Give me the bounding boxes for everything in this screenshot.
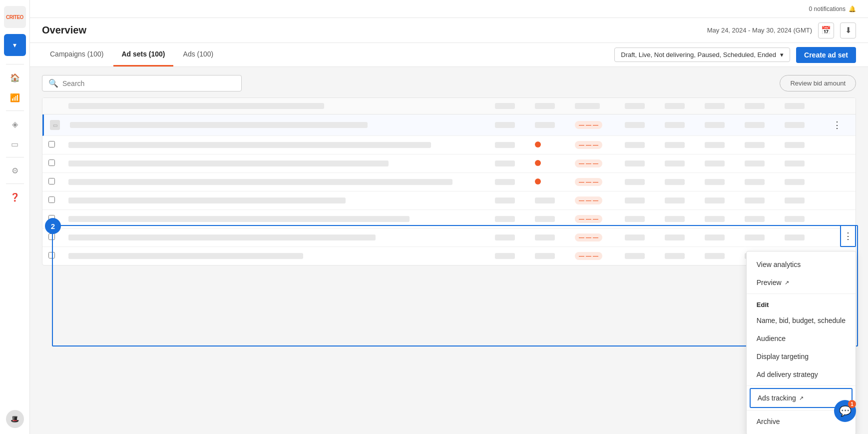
tab-campaigns[interactable]: Campaigns (100) — [42, 43, 111, 66]
cell-v5 — [665, 216, 705, 222]
notification-count: 0 notifications — [809, 6, 846, 12]
calendar-icon: 📅 — [821, 26, 831, 35]
sidebar: CRITEO ▾ 🏠 📶 ◈ ▭ ⚙ ❓ 🎩 — [0, 0, 30, 434]
cell-v7 — [745, 142, 785, 148]
external-link-icon: ↗ — [785, 280, 789, 286]
sidebar-item-settings[interactable]: ⚙ — [6, 162, 24, 180]
cell-v3: — — — — [575, 196, 625, 204]
cell-v4 — [625, 122, 665, 128]
cell-v3: — — — — [575, 234, 625, 242]
cell-v1 — [495, 198, 535, 204]
sidebar-item-layers[interactable]: ◈ — [6, 115, 24, 133]
menu-item-audience[interactable]: Audience — [747, 330, 856, 348]
sidebar-item-home[interactable]: 🏠 — [6, 68, 24, 86]
main-content: 0 notifications 🔔 Overview May 24, 2024 … — [30, 0, 868, 434]
table-row: — — — — [42, 173, 856, 192]
content-area: 🔍 Review bid amount — [30, 67, 868, 434]
cell-v8 — [785, 142, 825, 148]
cell-v6 — [705, 216, 745, 222]
cell-v3: — — — — [575, 121, 625, 129]
cell-v7 — [745, 122, 785, 128]
cell-v6 — [705, 253, 745, 259]
sidebar-item-help[interactable]: ❓ — [6, 188, 24, 206]
cell-v7 — [745, 216, 785, 222]
cell-v2 — [535, 142, 575, 149]
cell-v5 — [665, 198, 705, 204]
date-range: May 24, 2024 - May 30, 2024 (GMT) — [707, 26, 812, 34]
kebab-menu-button[interactable]: ⋮ — [841, 226, 855, 246]
cell-name — [68, 179, 495, 185]
th-col6 — [705, 103, 745, 109]
cell-name — [68, 253, 495, 259]
cell-v7 — [745, 179, 785, 185]
review-bid-button[interactable]: Review bid amount — [780, 75, 856, 92]
cell-v4 — [625, 234, 665, 240]
th-col2 — [535, 103, 575, 109]
notification-text: 0 notifications 🔔 — [809, 6, 856, 12]
table-row: — — — — [42, 210, 856, 228]
cell-v3: — — — — [575, 141, 625, 149]
download-icon-btn[interactable]: ⬇ — [840, 22, 856, 38]
criteo-logo: CRITEO — [4, 6, 26, 28]
menu-item-name-bid[interactable]: Name, bid, budget, schedule — [747, 312, 856, 330]
cell-checkbox[interactable] — [48, 160, 68, 168]
menu-item-display-targeting[interactable]: Display targeting — [747, 348, 856, 366]
cell-v5 — [665, 179, 705, 185]
cell-name — [68, 216, 495, 222]
table-header — [42, 98, 856, 114]
chat-bubble[interactable]: 💬 1 — [834, 400, 856, 422]
th-col7 — [745, 103, 785, 109]
create-adset-button[interactable]: Create ad set — [796, 47, 856, 63]
avatar[interactable]: 🎩 — [6, 410, 24, 428]
cell-v5 — [665, 122, 705, 128]
cell-v1 — [495, 122, 535, 128]
kebab-highlight: ⋮ — [840, 225, 856, 247]
table-row: — — — — [42, 154, 856, 173]
cell-v6 — [705, 198, 745, 204]
cell-v7 — [745, 234, 785, 240]
th-col1 — [495, 103, 535, 109]
sidebar-item-card[interactable]: ▭ — [6, 135, 24, 153]
tab-ads[interactable]: Ads (100) — [175, 43, 222, 66]
menu-item-preview[interactable]: Preview ↗ — [747, 274, 856, 292]
cell-v1 — [495, 142, 535, 148]
menu-item-ad-delivery-strategy[interactable]: Ad delivery strategy — [747, 366, 856, 384]
cell-v5 — [665, 142, 705, 148]
cell-checkbox[interactable] — [48, 178, 68, 186]
menu-divider-2 — [747, 386, 856, 386]
cell-v7 — [745, 160, 785, 166]
cell-checkbox[interactable] — [48, 252, 68, 260]
search-input[interactable] — [62, 80, 235, 88]
cell-v4 — [625, 179, 665, 185]
cell-v1 — [495, 216, 535, 222]
cell-checkbox[interactable]: ▭ — [50, 120, 70, 130]
calendar-icon-btn[interactable]: 📅 — [818, 22, 834, 38]
cell-checkbox[interactable] — [48, 196, 68, 204]
cell-v6 — [705, 160, 745, 166]
th-name — [68, 103, 495, 109]
status-filter-label: Draft, Live, Not delivering, Paused, Sch… — [621, 51, 776, 58]
notification-bar: 0 notifications 🔔 — [30, 0, 868, 18]
page-title: Overview — [42, 24, 86, 36]
cell-v8 — [785, 160, 825, 166]
cell-kebab[interactable]: ⋮ — [825, 120, 850, 130]
cell-checkbox[interactable] — [48, 215, 68, 223]
status-filter-dropdown[interactable]: Draft, Live, Not delivering, Paused, Sch… — [614, 48, 790, 62]
sidebar-nav-btn[interactable]: ▾ — [4, 34, 26, 56]
search-box[interactable]: 🔍 — [42, 75, 242, 92]
table-row: — — — — [42, 192, 856, 210]
cell-checkbox[interactable] — [48, 141, 68, 149]
tab-adsets[interactable]: Ad sets (100) — [113, 43, 173, 66]
cell-v1 — [495, 234, 535, 240]
cell-v4 — [625, 160, 665, 166]
cell-v8 — [785, 122, 825, 128]
menu-item-view-analytics[interactable]: View analytics — [747, 256, 856, 274]
cell-v2 — [535, 198, 575, 204]
menu-divider — [747, 294, 856, 294]
th-col8 — [785, 103, 825, 109]
chevron-down-icon: ▾ — [780, 51, 784, 58]
th-col3 — [575, 103, 625, 109]
cell-v4 — [625, 198, 665, 204]
sidebar-item-analytics[interactable]: 📶 — [6, 88, 24, 106]
cell-checkbox[interactable] — [48, 234, 68, 242]
